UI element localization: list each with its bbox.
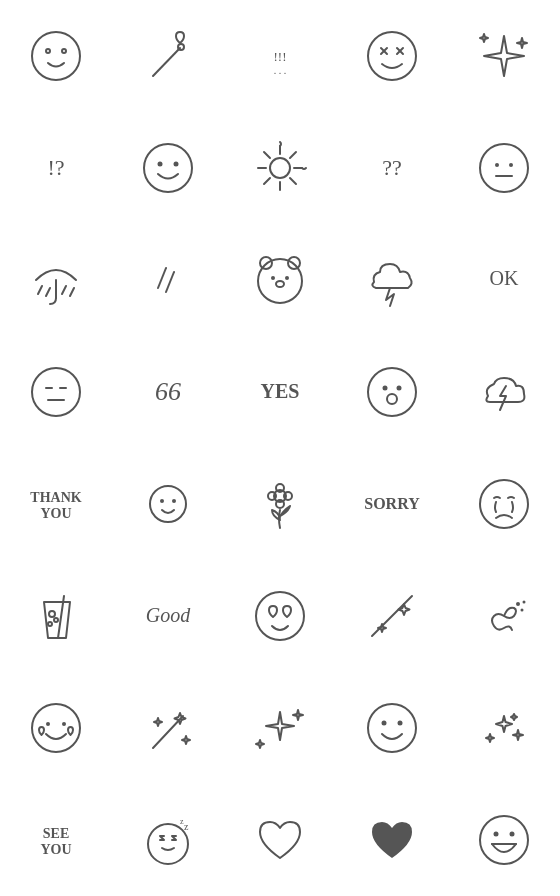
cell-interrobang[interactable]: !?: [0, 112, 112, 224]
svg-line-72: [372, 596, 412, 636]
svg-point-89: [494, 832, 499, 837]
svg-text:. . .: . . .: [274, 65, 287, 76]
cell-sparkle[interactable]: [448, 0, 560, 112]
cell-see-you[interactable]: SEE YOU: [0, 784, 112, 896]
svg-text:z: z: [180, 817, 184, 826]
svg-text:YOU: YOU: [40, 506, 71, 521]
svg-point-44: [32, 368, 80, 416]
cell-dark-heart[interactable]: [336, 784, 448, 896]
svg-point-40: [271, 276, 275, 280]
svg-point-0: [32, 32, 80, 80]
svg-point-4: [178, 44, 184, 50]
cell-small-face[interactable]: [112, 448, 224, 560]
svg-line-22: [290, 178, 296, 184]
cell-neutral-face[interactable]: [448, 112, 560, 224]
svg-line-34: [70, 288, 74, 296]
svg-line-33: [62, 286, 66, 294]
cell-magic-wand[interactable]: [112, 0, 224, 112]
svg-point-77: [46, 722, 50, 726]
svg-text:OK: OK: [490, 267, 519, 289]
cell-love-face[interactable]: [0, 672, 112, 784]
svg-line-23: [290, 152, 296, 158]
svg-point-1: [46, 49, 50, 53]
svg-text:??: ??: [382, 155, 402, 180]
svg-point-42: [276, 281, 284, 287]
svg-point-90: [510, 832, 515, 837]
cell-sun[interactable]: [224, 112, 336, 224]
svg-line-36: [166, 272, 174, 292]
cell-swirl[interactable]: [448, 560, 560, 672]
svg-point-68: [48, 622, 52, 626]
svg-point-13: [144, 144, 192, 192]
svg-text:!!!: !!!: [274, 49, 287, 64]
cell-smiley-face[interactable]: [0, 0, 112, 112]
svg-text:THANK: THANK: [30, 490, 81, 505]
cell-storm-cloud[interactable]: [336, 224, 448, 336]
cell-umbrella[interactable]: [0, 224, 112, 336]
cell-yes-text[interactable]: YES: [224, 336, 336, 448]
svg-point-67: [49, 611, 55, 617]
cell-heart[interactable]: [224, 784, 336, 896]
cell-happy-face[interactable]: [112, 112, 224, 224]
svg-line-32: [46, 288, 50, 296]
svg-line-3: [153, 48, 180, 76]
cell-ok-text[interactable]: OK: [448, 224, 560, 336]
svg-point-85: [148, 824, 188, 864]
svg-point-14: [158, 162, 163, 167]
cell-cursive-text[interactable]: 66: [112, 336, 224, 448]
cell-shooting-stars[interactable]: [336, 560, 448, 672]
cell-lightning[interactable]: [448, 336, 560, 448]
svg-point-26: [480, 144, 528, 192]
svg-text:SEE: SEE: [43, 826, 69, 841]
svg-point-28: [509, 163, 513, 167]
svg-text:!?: !?: [47, 155, 64, 180]
svg-point-2: [62, 49, 66, 53]
svg-line-35: [158, 268, 166, 288]
svg-point-78: [62, 722, 66, 726]
sticker-grid: !!! . . . !?: [0, 0, 560, 896]
cell-crying-face[interactable]: [448, 448, 560, 560]
svg-point-58: [172, 499, 176, 503]
svg-point-75: [523, 601, 526, 604]
svg-point-52: [397, 386, 402, 391]
cell-good[interactable]: Good: [112, 560, 224, 672]
cell-laughing-face[interactable]: [336, 0, 448, 112]
svg-point-65: [480, 480, 528, 528]
cell-sleepy-face[interactable]: [0, 336, 112, 448]
cell-face-dot[interactable]: [336, 336, 448, 448]
svg-line-24: [264, 178, 270, 184]
cell-heart-eyes[interactable]: [224, 560, 336, 672]
svg-point-69: [54, 618, 58, 622]
svg-point-56: [150, 486, 186, 522]
svg-point-41: [285, 276, 289, 280]
svg-text:Good: Good: [146, 604, 191, 626]
svg-point-71: [256, 592, 304, 640]
svg-text:66: 66: [155, 377, 181, 406]
cell-drink[interactable]: [0, 560, 112, 672]
svg-point-73: [516, 602, 520, 606]
svg-point-74: [521, 609, 524, 612]
cell-exclamation[interactable]: !!! . . .: [224, 0, 336, 112]
svg-point-53: [387, 394, 397, 404]
cell-sleeping[interactable]: z z: [112, 784, 224, 896]
cell-thank-you[interactable]: THANK YOU: [0, 448, 112, 560]
cell-question-marks[interactable]: ??: [336, 112, 448, 224]
cell-sorry[interactable]: SORRY: [336, 448, 448, 560]
cell-bear-face[interactable]: [224, 224, 336, 336]
svg-text:YOU: YOU: [40, 842, 71, 857]
cell-mini-stars[interactable]: [448, 672, 560, 784]
svg-point-82: [398, 721, 403, 726]
cell-big-smile[interactable]: [448, 784, 560, 896]
svg-point-80: [368, 704, 416, 752]
svg-point-50: [368, 368, 416, 416]
cell-sparkles[interactable]: [224, 672, 336, 784]
cell-happy2[interactable]: [336, 672, 448, 784]
svg-text:YES: YES: [261, 380, 300, 402]
svg-text:z: z: [184, 821, 189, 832]
cell-flower[interactable]: [224, 448, 336, 560]
cell-wand-stars[interactable]: [112, 672, 224, 784]
svg-point-16: [270, 158, 290, 178]
svg-point-15: [174, 162, 179, 167]
svg-line-31: [38, 286, 42, 294]
cell-slash[interactable]: [112, 224, 224, 336]
